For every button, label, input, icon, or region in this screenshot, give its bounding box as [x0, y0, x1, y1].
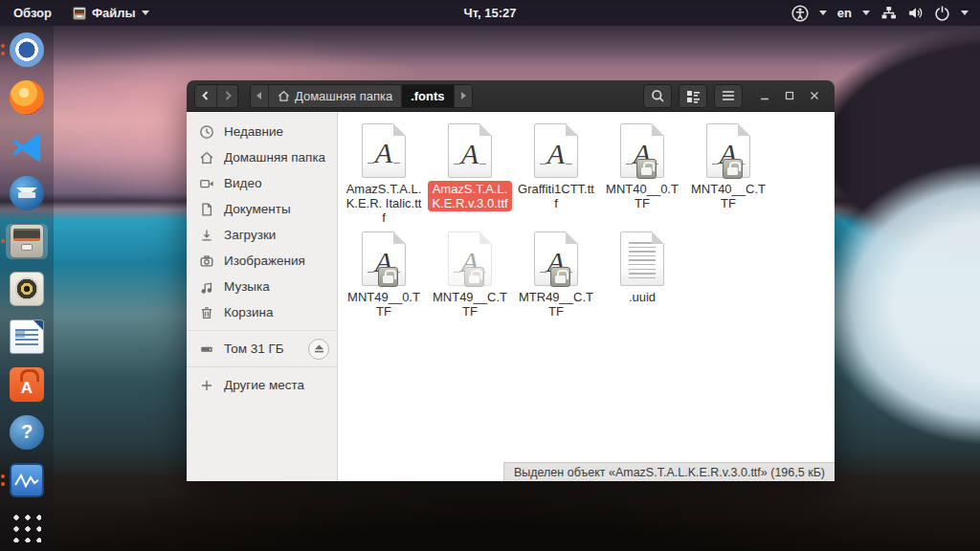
- network-icon[interactable]: [880, 5, 897, 21]
- sidebar-item-recent[interactable]: Недавние: [187, 119, 337, 144]
- app-menu-label: Файлы: [92, 6, 136, 20]
- path-scroll-left[interactable]: [251, 85, 268, 107]
- video-icon: [199, 176, 214, 191]
- search-button[interactable]: [643, 84, 672, 108]
- forward-button[interactable]: [216, 85, 237, 107]
- path-home-label: Домашняя папка: [295, 89, 392, 103]
- dock-item-help[interactable]: ?: [6, 414, 48, 450]
- running-indicator: [1, 239, 5, 243]
- lock-emblem-icon: [464, 267, 484, 287]
- accessibility-icon: [791, 5, 809, 22]
- chevron-down-icon: [142, 11, 149, 15]
- sidebar-item-volume[interactable]: Том 31 ГБ: [187, 336, 337, 362]
- minimize-button[interactable]: [752, 83, 777, 108]
- path-scroll-right[interactable]: [454, 85, 472, 107]
- sidebar-item-other-locations[interactable]: Другие места: [187, 372, 337, 398]
- activities-button[interactable]: Обзор: [13, 6, 52, 20]
- chevron-down-icon: [961, 11, 969, 15]
- file-name: MNT49__C.TTF: [428, 289, 512, 320]
- documents-icon: [199, 202, 214, 217]
- libreoffice-writer-icon: [10, 320, 44, 354]
- chromium-icon: [10, 33, 44, 67]
- sidebar-item-trash[interactable]: Корзина: [187, 299, 337, 325]
- icon-view-icon: [686, 89, 701, 103]
- show-applications-icon: [12, 514, 41, 542]
- dock-item-system-monitor[interactable]: [6, 462, 48, 497]
- file-view[interactable]: A AmazS.T.A.L.K.E.R. Italic.ttf A AmazS.…: [338, 112, 835, 481]
- sidebar-label: Другие места: [224, 378, 329, 392]
- plus-icon: [199, 378, 214, 393]
- file-item[interactable]: A MNT40__C.TTF: [685, 118, 771, 226]
- file-name: Graffiti1CTT.ttf: [514, 181, 598, 211]
- file-name: MNT49__0.TTF: [342, 289, 426, 320]
- dock-item-rhythmbox[interactable]: [6, 272, 48, 307]
- sidebar-label: Изображения: [224, 253, 329, 268]
- eject-icon: [314, 343, 324, 354]
- lock-emblem-icon: [723, 159, 743, 179]
- files-icon: [10, 224, 44, 258]
- view-toggle-button[interactable]: [679, 84, 707, 108]
- app-menu-button[interactable]: Файлы: [73, 6, 149, 20]
- menu-button[interactable]: [714, 84, 743, 108]
- file-item[interactable]: A MTR49__C.TTF: [513, 226, 599, 334]
- font-file-icon: A: [362, 123, 406, 178]
- dock-item-files[interactable]: [6, 224, 48, 259]
- dock-item-ubuntu-software[interactable]: A: [6, 366, 48, 402]
- file-item[interactable]: A Graffiti1CTT.ttf: [513, 118, 599, 226]
- sidebar-item-documents[interactable]: Документы: [187, 196, 337, 222]
- header-bar: Домашняя папка .fonts: [187, 80, 835, 112]
- eject-button[interactable]: [308, 339, 329, 360]
- file-item[interactable]: A AmazS.T.A.L.K.E.R. Italic.ttf: [341, 118, 427, 226]
- dock-item-vscode[interactable]: [6, 128, 48, 164]
- volume-icon[interactable]: [907, 5, 924, 21]
- dock-item-chromium[interactable]: [6, 33, 48, 68]
- rhythmbox-icon: [10, 272, 44, 306]
- top-bar: Обзор Файлы Чт, 15:27 en: [0, 0, 980, 26]
- status-bar: Выделен объект «AmazS.T.A.L.K.E.R.v.3.0.…: [503, 462, 835, 481]
- sidebar-label: Загрузки: [224, 228, 329, 242]
- chevron-down-icon: [862, 11, 870, 15]
- path-bar: Домашняя папка .fonts: [250, 84, 473, 108]
- hamburger-icon: [722, 90, 735, 101]
- dock-item-show-applications[interactable]: [6, 510, 48, 545]
- power-icon[interactable]: [934, 5, 950, 21]
- sidebar-label: Музыка: [224, 279, 329, 294]
- lock-emblem-icon: [636, 159, 657, 179]
- clock[interactable]: Чт, 15:27: [464, 6, 517, 20]
- home-icon: [199, 150, 214, 165]
- dock-item-libreoffice-writer[interactable]: [6, 319, 48, 354]
- sidebar-item-video[interactable]: Видео: [187, 170, 337, 196]
- close-button[interactable]: [802, 83, 827, 108]
- lock-emblem-icon: [550, 267, 570, 287]
- help-question-mark: ?: [21, 421, 33, 443]
- file-item[interactable]: A MNT49__C.TTF: [427, 226, 513, 334]
- file-item-selected[interactable]: A AmazS.T.A.L.K.E.R.v.3.0.ttf: [427, 118, 513, 226]
- help-icon: ?: [10, 415, 44, 450]
- running-indicator: [1, 44, 5, 55]
- vscode-icon: [10, 128, 44, 163]
- file-item[interactable]: A MNT40__0.TTF: [599, 118, 685, 226]
- sidebar-item-music[interactable]: Музыка: [187, 274, 337, 299]
- file-item[interactable]: A MNT49__0.TTF: [341, 226, 427, 334]
- sidebar-item-pictures[interactable]: Изображения: [187, 248, 337, 274]
- chevron-down-icon: [819, 11, 827, 15]
- path-segment-home[interactable]: Домашняя папка: [268, 85, 401, 107]
- back-button[interactable]: [195, 85, 216, 107]
- lock-emblem-icon: [378, 267, 398, 287]
- language-indicator[interactable]: en: [837, 6, 852, 20]
- places-sidebar: Недавние Домашняя папка Видео Документы …: [187, 112, 338, 481]
- file-name: AmazS.T.A.L.K.E.R. Italic.ttf: [342, 181, 426, 226]
- maximize-icon: [785, 91, 794, 100]
- maximize-button[interactable]: [777, 83, 802, 108]
- sidebar-item-downloads[interactable]: Загрузки: [187, 222, 337, 248]
- accessibility-menu[interactable]: [791, 5, 809, 22]
- software-letter: A: [21, 379, 33, 398]
- volume-label: Том 31 ГБ: [224, 342, 299, 356]
- file-item[interactable]: .uuid: [599, 226, 685, 334]
- dock-item-firefox[interactable]: [6, 80, 48, 116]
- path-segment-current[interactable]: .fonts: [401, 85, 453, 107]
- minimize-icon: [760, 91, 769, 100]
- files-app-icon: [73, 7, 86, 20]
- dock-item-thunderbird[interactable]: [6, 176, 48, 211]
- sidebar-item-home[interactable]: Домашняя папка: [187, 144, 337, 170]
